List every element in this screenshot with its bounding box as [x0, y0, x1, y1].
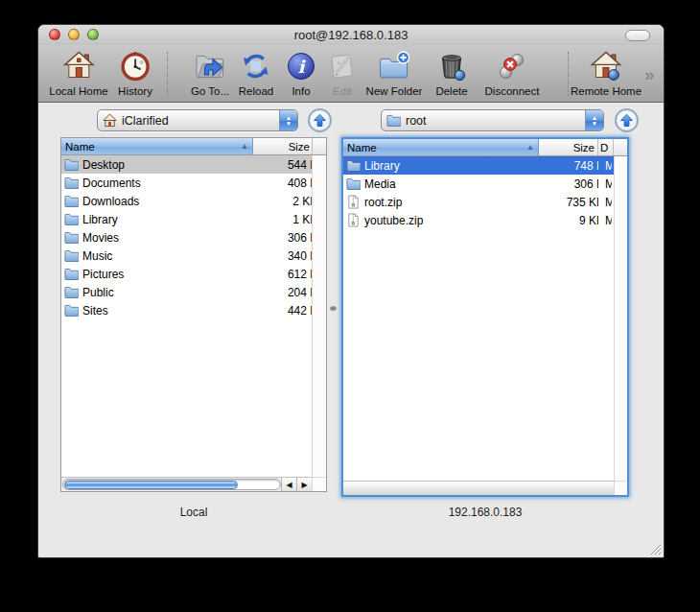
- column-header-name[interactable]: Name ▲: [343, 139, 539, 155]
- file-name: youtube.zip: [364, 214, 423, 227]
- remote-pane-label: 192.168.0.183: [341, 506, 629, 519]
- remote-parent-directory-button[interactable]: [615, 108, 639, 132]
- title-bar[interactable]: root@192.168.0.183: [38, 25, 664, 45]
- file-row[interactable]: root.zip 735 KB M: [343, 193, 614, 211]
- column-label: Name: [347, 142, 377, 153]
- toolbar-button-disconnect[interactable]: Disconnect: [485, 50, 540, 97]
- file-name: Movies: [82, 231, 119, 245]
- up-arrow-icon: [312, 112, 328, 129]
- file-name: root.zip: [364, 196, 402, 209]
- file-row[interactable]: Music 340 B: [61, 247, 312, 265]
- toolbar-button-remote-home[interactable]: Remote Home: [571, 50, 642, 97]
- folder-icon: [64, 267, 79, 281]
- file-row[interactable]: Movies 306 B: [61, 228, 312, 247]
- file-size: 442 B: [252, 304, 312, 318]
- file-size: 612 B: [252, 268, 312, 281]
- toolbar-button-reload[interactable]: Reload: [239, 50, 273, 97]
- file-row[interactable]: Desktop 544 B: [61, 155, 312, 174]
- file-name: Music: [82, 249, 112, 263]
- local-file-list: Name ▲ Size Desktop 544 B Documents 408 …: [60, 137, 327, 492]
- scroll-left-button[interactable]: ◀: [281, 478, 296, 491]
- toolbar-button-new-folder[interactable]: New Folder: [366, 50, 423, 97]
- file-name: Documents: [82, 177, 141, 190]
- file-date: M: [598, 177, 612, 191]
- file-size: 204 B: [252, 286, 312, 299]
- file-row[interactable]: Documents 408 B: [61, 174, 312, 192]
- home-icon: [49, 50, 107, 84]
- local-parent-directory-button[interactable]: [308, 108, 332, 132]
- toolbar-separator: [167, 52, 168, 96]
- home-icon: [103, 113, 117, 128]
- folder-icon: [386, 113, 401, 128]
- up-arrow-icon: [618, 112, 635, 129]
- file-row[interactable]: Public 204 B: [61, 283, 312, 301]
- zip-file-icon: [346, 213, 361, 227]
- scrollbar-corner: [312, 477, 326, 491]
- scrollbar-thumb[interactable]: [64, 481, 238, 489]
- history-icon: [118, 50, 152, 84]
- file-date: M: [598, 196, 612, 209]
- app-window: root@192.168.0.183 Local Home Hi: [37, 24, 665, 558]
- scroll-right-button[interactable]: ▶: [296, 478, 312, 491]
- delete-icon: [435, 50, 468, 84]
- sort-ascending-icon: ▲: [526, 143, 534, 152]
- toolbar-button-label: Reload: [239, 85, 273, 97]
- remote-home-icon: [571, 50, 642, 84]
- window-title: root@192.168.0.183: [38, 28, 664, 42]
- folder-icon: [346, 158, 361, 173]
- folder-icon: [64, 176, 79, 190]
- toolbar-button-history[interactable]: History: [118, 50, 152, 97]
- file-row[interactable]: Library 748 B M: [343, 156, 614, 175]
- file-size: 340 B: [252, 249, 312, 263]
- toolbar-button-delete[interactable]: Delete: [435, 50, 468, 97]
- file-row[interactable]: Downloads 2 KB: [61, 192, 312, 210]
- file-size: 735 KB: [539, 196, 598, 209]
- toolbar-button-info[interactable]: i Info: [285, 50, 317, 97]
- toolbar-button-label: Disconnect: [485, 85, 540, 97]
- info-icon: i: [285, 50, 317, 84]
- column-header-size[interactable]: Size: [253, 138, 313, 154]
- toolbar-button-label: History: [118, 85, 152, 97]
- toolbar: Local Home History Go To...: [38, 45, 664, 103]
- horizontal-scrollbar[interactable]: [62, 479, 281, 490]
- file-name: Sites: [82, 304, 108, 318]
- horizontal-scrollbar-track: [343, 481, 614, 495]
- file-row[interactable]: Media 306 B M: [343, 175, 614, 193]
- resize-grip[interactable]: [648, 542, 662, 555]
- vertical-scrollbar-track: [312, 155, 326, 477]
- file-row[interactable]: Library 1 KB: [61, 210, 312, 228]
- toolbar-button-label: Go To...: [191, 85, 229, 97]
- column-header-name[interactable]: Name ▲: [61, 138, 253, 154]
- edit-icon: [326, 50, 359, 84]
- column-header-size[interactable]: Size: [539, 139, 598, 155]
- file-date: M: [598, 214, 612, 227]
- toolbar-button-label: Delete: [435, 85, 468, 97]
- column-label: D: [600, 142, 608, 153]
- column-label: Size: [253, 141, 312, 153]
- pane-splitter-handle[interactable]: [330, 306, 337, 311]
- toolbar-button-go-to[interactable]: Go To...: [191, 50, 229, 97]
- folder-icon: [64, 285, 79, 299]
- file-row[interactable]: Sites 442 B: [61, 301, 312, 319]
- stepper-down-icon: ▼: [592, 121, 597, 127]
- file-size: 544 B: [252, 158, 312, 172]
- folder-icon: [64, 248, 79, 263]
- remote-file-list: Name ▲ Size D Library 748 B M Media 306 …: [341, 137, 629, 497]
- local-path-select[interactable]: iClarified ▲▼: [97, 109, 298, 131]
- file-date: M: [598, 159, 612, 173]
- file-size: 2 KB: [252, 195, 312, 208]
- toolbar-button-local-home[interactable]: Local Home: [49, 50, 107, 97]
- column-headers: Name ▲ Size: [61, 138, 326, 155]
- column-header-rest: [614, 139, 627, 155]
- column-header-date[interactable]: D: [598, 139, 614, 155]
- file-name: Desktop: [82, 158, 125, 172]
- folder-icon: [64, 157, 79, 172]
- remote-path-select[interactable]: root ▲▼: [381, 109, 604, 131]
- file-row[interactable]: Pictures 612 B: [61, 265, 312, 283]
- toolbar-toggle-button[interactable]: [625, 30, 650, 41]
- toolbar-overflow-button[interactable]: »: [644, 64, 655, 85]
- toolbar-button-edit: Edit: [326, 50, 359, 97]
- file-size: 408 B: [252, 177, 312, 190]
- file-row[interactable]: youtube.zip 9 KB M: [343, 211, 614, 229]
- file-name: Downloads: [82, 195, 139, 208]
